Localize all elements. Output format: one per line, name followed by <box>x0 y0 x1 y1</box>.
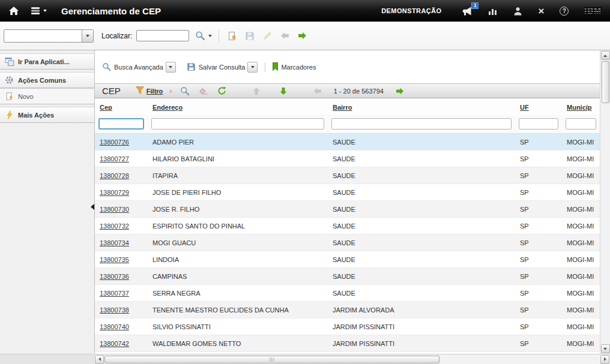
column-header-municipio[interactable]: Municíp <box>562 98 600 115</box>
next-record-arrow-icon[interactable] <box>295 29 309 43</box>
filter-endereco-input[interactable] <box>151 118 324 130</box>
busca-avancada-dropdown-button[interactable] <box>166 62 176 73</box>
scroll-up-button[interactable] <box>601 51 610 60</box>
column-label[interactable]: Municíp <box>567 104 592 111</box>
filter-cep-input[interactable] <box>98 118 144 130</box>
workspace: Ir Para Aplicati... Ações Comuns Novo <box>0 50 610 354</box>
vertical-scroll-thumb[interactable] <box>602 61 609 103</box>
filtro-toggle[interactable]: Filtro <box>136 86 163 95</box>
home-icon[interactable] <box>8 6 19 16</box>
refresh-icon[interactable] <box>216 85 228 97</box>
column-header-endereco[interactable]: Endereço <box>148 98 328 115</box>
column-header-bairro[interactable]: Bairro <box>328 98 515 115</box>
cell-cep: 13800738 <box>95 302 148 318</box>
cep-link[interactable]: 13800729 <box>100 189 129 196</box>
filtro-link[interactable]: Filtro <box>146 88 163 95</box>
column-header-cep[interactable]: Cep <box>95 98 148 115</box>
table-row[interactable]: 13800738 TENENTE MAESTRO EUCLIDES DA CUN… <box>95 302 600 318</box>
salvar-consulta-dropdown-button[interactable] <box>247 62 258 73</box>
table-row[interactable]: 13800732 ESPIRITO SANTO DO PINHAL SAUDE … <box>95 218 600 234</box>
cell-endereco: ITAPIRA <box>148 167 328 184</box>
filter-municipio-input[interactable] <box>566 118 596 130</box>
logout-close-icon[interactable]: × <box>538 6 544 16</box>
menu-icon[interactable] <box>31 7 47 15</box>
sidebar-item-go-to-applications[interactable]: Ir Para Aplicati... <box>0 53 94 70</box>
new-record-icon[interactable] <box>226 29 239 43</box>
cep-link[interactable]: 13800736 <box>100 273 129 280</box>
table-row[interactable]: 13800737 SERRA NEGRA SAUDE SP MOGI-MI <box>95 285 600 302</box>
cep-link[interactable]: 13800738 <box>100 306 129 314</box>
cep-link[interactable]: 13800726 <box>100 139 129 146</box>
reports-chart-icon[interactable] <box>488 7 498 15</box>
cep-table: Cep Endereço Bairro UF Municíp 13800726 … <box>95 98 600 352</box>
table-row[interactable]: 13800730 JOSE R. FILHO SAUDE SP MOGI-MI <box>95 201 600 218</box>
filter-uf-input[interactable] <box>519 118 558 130</box>
search-icon[interactable] <box>193 29 207 43</box>
vertical-separator <box>265 62 265 72</box>
marcadores-button[interactable]: Marcadores <box>273 62 316 72</box>
search-options-caret-icon[interactable] <box>208 35 212 37</box>
localizar-input[interactable] <box>136 30 189 41</box>
table-row[interactable]: 13800728 ITAPIRA SAUDE SP MOGI-MI <box>95 167 600 184</box>
table-row[interactable]: 13800735 LINDOIA SAUDE SP MOGI-MI <box>95 251 600 268</box>
table-row[interactable]: 13800727 HILARIO BATAGLINI SAUDE SP MOGI… <box>95 151 600 167</box>
cep-link[interactable]: 13800735 <box>100 256 129 263</box>
next-row-arrow-icon[interactable] <box>277 85 289 97</box>
cell-endereco: MOGI GUACU <box>148 234 328 251</box>
busca-avancada-button[interactable]: Busca Avançada <box>102 62 163 73</box>
table-row[interactable]: 13800729 JOSE DE PIERI FILHO SAUDE SP MO… <box>95 184 600 201</box>
next-page-arrow-icon[interactable] <box>394 85 406 97</box>
cell-uf: SP <box>515 318 562 335</box>
table-row[interactable]: 13800742 WALDEMAR GOMES NETTO JARDIM PIS… <box>95 335 600 352</box>
cep-link[interactable]: 13800742 <box>100 340 129 347</box>
scroll-left-button[interactable] <box>95 355 104 364</box>
table-row[interactable]: 13800736 CAMPINAS SAUDE SP MOGI-MI <box>95 268 600 285</box>
vertical-scrollbar[interactable] <box>600 50 610 354</box>
filter-bairro-input[interactable] <box>331 118 512 130</box>
cell-municipio: MOGI-MI <box>562 234 600 251</box>
cep-link[interactable]: 13800737 <box>100 290 129 297</box>
topbar-right-group: DEMONSTRAÇÃO 1 × ? IBM <box>381 6 602 16</box>
cell-uf: SP <box>515 218 562 234</box>
statusbar-left-pad <box>0 354 94 364</box>
sidebar-item-novo[interactable]: Novo <box>0 88 94 104</box>
horizontal-scrollbar[interactable]: ||| <box>0 354 610 364</box>
applications-window-icon <box>4 57 14 67</box>
scroll-down-button[interactable] <box>601 344 610 353</box>
cell-municipio: MOGI-MI <box>562 151 600 167</box>
combo-dropdown-button[interactable] <box>82 30 93 42</box>
profile-person-icon[interactable] <box>513 7 522 16</box>
salvar-consulta-label: Salvar Consulta <box>199 64 246 71</box>
sidebar-section-common-actions[interactable]: Ações Comuns <box>0 72 94 88</box>
cep-link[interactable]: 13800740 <box>100 323 129 330</box>
cell-bairro: SAUDE <box>328 218 515 234</box>
cep-link[interactable]: 13800732 <box>100 222 129 230</box>
notifications-icon[interactable]: 1 <box>462 7 473 16</box>
scroll-right-button[interactable] <box>600 355 609 364</box>
table-row[interactable]: 13800726 ADAMO PIER SAUDE SP MOGI-MI <box>95 134 600 151</box>
salvar-consulta-button[interactable]: Salvar Consulta <box>187 62 246 73</box>
cell-endereco: SERRA NEGRA <box>148 285 328 302</box>
column-label[interactable]: Bairro <box>333 104 352 111</box>
go-to-combobox[interactable] <box>4 29 94 43</box>
column-label[interactable]: Endereço <box>152 104 183 111</box>
column-label[interactable]: Cep <box>100 104 112 111</box>
column-header-uf[interactable]: UF <box>515 98 562 115</box>
cep-link[interactable]: 13800727 <box>100 155 129 163</box>
table-row[interactable]: 13800740 SILVIO PISSINATTI JARDIM PISSIN… <box>95 318 600 335</box>
cep-link[interactable]: 13800728 <box>100 172 129 179</box>
cep-link[interactable]: 13800734 <box>100 239 129 246</box>
app-title: Gerenciamento de CEP <box>61 6 161 16</box>
table-row[interactable]: 13800734 MOGI GUACU SAUDE SP MOGI-MI <box>95 234 600 251</box>
help-icon[interactable]: ? <box>560 7 569 16</box>
cell-municipio: MOGI-MI <box>562 335 600 352</box>
clear-filter-eraser-icon[interactable] <box>198 85 210 97</box>
cep-link[interactable]: 13800730 <box>100 206 129 213</box>
table-search-icon[interactable] <box>179 85 191 97</box>
sidebar-collapse-handle[interactable] <box>91 204 94 210</box>
cell-bairro: JARDIM ALVORADA <box>328 302 515 318</box>
sidebar-section-more-actions[interactable]: Mais Ações <box>0 107 94 123</box>
horizontal-scroll-thumb[interactable]: ||| <box>104 356 439 363</box>
column-label[interactable]: UF <box>520 104 529 111</box>
list-title: CEP <box>102 86 121 96</box>
